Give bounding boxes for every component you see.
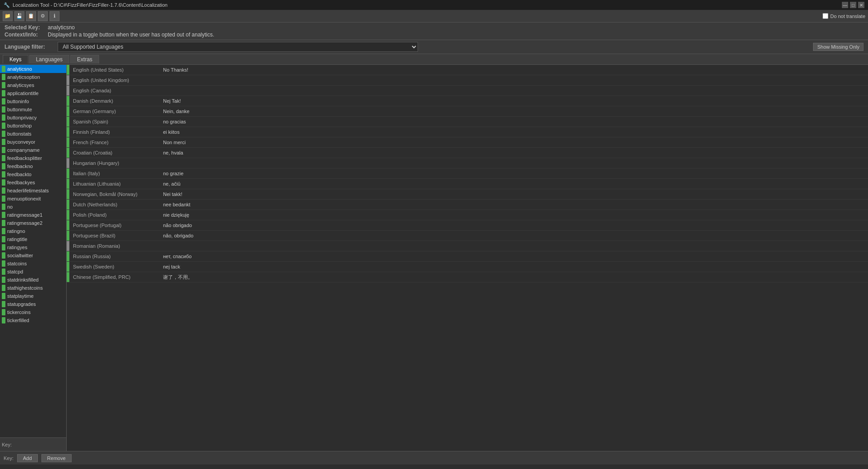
lang-value[interactable]: ne, ačiū bbox=[159, 180, 868, 187]
language-row[interactable]: Croatian (Croatia)ne, hvala bbox=[67, 148, 868, 158]
minimize-button[interactable]: — bbox=[842, 2, 848, 8]
language-row[interactable]: Chinese (Simplified, PRC)谢了，不用。 bbox=[67, 272, 868, 282]
language-row[interactable]: Portuguese (Brazil)não, obrigado bbox=[67, 231, 868, 241]
lang-value[interactable]: no grazie bbox=[159, 170, 868, 177]
sidebar-item[interactable]: ratingno bbox=[0, 227, 66, 235]
sidebar-item[interactable]: feedbackto bbox=[0, 170, 66, 178]
sidebar-item[interactable]: headerlifetimestats bbox=[0, 187, 66, 195]
info-button[interactable]: ℹ bbox=[50, 11, 59, 21]
language-row[interactable]: Russian (Russia)нет, спасибо bbox=[67, 251, 868, 262]
lang-value[interactable]: ei kiitos bbox=[159, 128, 868, 136]
language-filter-select[interactable]: All Supported Languages bbox=[58, 42, 418, 52]
lang-value[interactable]: Nej Tak! bbox=[159, 97, 868, 105]
tab-keys[interactable]: Keys bbox=[3, 55, 28, 64]
close-button[interactable]: ✕ bbox=[858, 2, 864, 8]
sidebar-item-label: menuoptionexit bbox=[7, 196, 41, 201]
tab-extras[interactable]: Extras bbox=[70, 55, 99, 64]
sidebar-item[interactable]: menuoptionexit bbox=[0, 195, 66, 203]
sidebar-item[interactable]: socialtwitter bbox=[0, 251, 66, 260]
language-row[interactable]: English (United States)No Thanks! bbox=[67, 65, 868, 75]
language-row[interactable]: Danish (Denmark)Nej Tak! bbox=[67, 96, 868, 106]
lang-value[interactable]: Nei takk! bbox=[159, 191, 868, 198]
language-row[interactable]: Swedish (Sweden)nej tack bbox=[67, 262, 868, 272]
titlebar-controls[interactable]: — □ ✕ bbox=[842, 2, 864, 8]
language-row[interactable]: Dutch (Netherlands)nee bedankt bbox=[67, 200, 868, 210]
language-row[interactable]: Finnish (Finland)ei kiitos bbox=[67, 127, 868, 137]
color-indicator bbox=[2, 301, 5, 307]
sidebar-item[interactable]: analyticsyes bbox=[0, 81, 66, 89]
remove-button[interactable]: Remove bbox=[41, 454, 72, 462]
lang-value[interactable]: ne, hvala bbox=[159, 149, 868, 156]
sidebar-item[interactable]: ratingmessage1 bbox=[0, 211, 66, 219]
sidebar-item[interactable]: feedbacksplitter bbox=[0, 154, 66, 162]
sidebar-item[interactable]: ratingyes bbox=[0, 243, 66, 251]
sidebar-item[interactable]: feedbackyes bbox=[0, 178, 66, 187]
sidebar-item[interactable]: companyname bbox=[0, 146, 66, 154]
language-row[interactable]: Hungarian (Hungary) bbox=[67, 158, 868, 168]
lang-value[interactable] bbox=[159, 90, 868, 91]
language-row[interactable]: Norwegian, Bokmål (Norway)Nei takk! bbox=[67, 189, 868, 200]
lang-value[interactable]: Nein, danke bbox=[159, 108, 868, 115]
language-row[interactable]: English (United Kingdom) bbox=[67, 75, 868, 86]
save-button[interactable]: 💾 bbox=[14, 11, 24, 21]
sidebar-item[interactable]: statdrinksfilled bbox=[0, 276, 66, 284]
show-missing-button[interactable]: Show Missing Only bbox=[813, 43, 863, 51]
sidebar-item-label: feedbacksplitter bbox=[7, 155, 42, 161]
language-row[interactable]: Lithuanian (Lithuania)ne, ačiū bbox=[67, 179, 868, 189]
language-row[interactable]: Spanish (Spain)no gracias bbox=[67, 117, 868, 127]
lang-value[interactable]: Non merci bbox=[159, 139, 868, 146]
sidebar-item[interactable]: statupgrades bbox=[0, 300, 66, 308]
sidebar-item[interactable]: ratingmessage2 bbox=[0, 219, 66, 227]
language-row[interactable]: English (Canada) bbox=[67, 86, 868, 96]
sidebar-item[interactable]: no bbox=[0, 203, 66, 211]
lang-value[interactable]: não, obrigado bbox=[159, 232, 868, 239]
lang-value[interactable]: nie dziękuję bbox=[159, 211, 868, 219]
sidebar-item[interactable]: buttonshop bbox=[0, 122, 66, 130]
sidebar-item[interactable]: tickercoins bbox=[0, 308, 66, 316]
open-button[interactable]: 📁 bbox=[3, 11, 13, 21]
color-indicator bbox=[2, 131, 5, 137]
maximize-button[interactable]: □ bbox=[850, 2, 856, 8]
language-row[interactable]: Portuguese (Portugal)não obrigado bbox=[67, 220, 868, 231]
sidebar-item[interactable]: stathighestcoins bbox=[0, 284, 66, 292]
sidebar-item[interactable]: ratingtitle bbox=[0, 235, 66, 243]
add-button[interactable]: Add bbox=[17, 454, 38, 462]
language-row[interactable]: Polish (Poland)nie dziękuję bbox=[67, 210, 868, 220]
sidebar-item[interactable]: feedbackno bbox=[0, 162, 66, 170]
lang-value[interactable]: não obrigado bbox=[159, 222, 868, 229]
sidebar-item[interactable]: tickerfilled bbox=[0, 316, 66, 324]
lang-value[interactable]: No Thanks! bbox=[159, 66, 868, 73]
sidebar-item[interactable]: statcpd bbox=[0, 268, 66, 276]
tab-languages[interactable]: Languages bbox=[29, 55, 69, 64]
language-row[interactable]: German (Germany)Nein, danke bbox=[67, 106, 868, 117]
lang-value[interactable]: no gracias bbox=[159, 118, 868, 125]
sidebar-item[interactable]: buttoninfo bbox=[0, 97, 66, 105]
lang-value[interactable] bbox=[159, 79, 868, 81]
sidebar-item[interactable]: buyconveyor bbox=[0, 138, 66, 146]
color-indicator bbox=[2, 260, 5, 267]
sidebar-item-label: feedbackto bbox=[7, 172, 32, 177]
sidebar-item[interactable]: statplaytime bbox=[0, 292, 66, 300]
language-row[interactable]: Italian (Italy)no grazie bbox=[67, 168, 868, 179]
do-not-translate-checkbox[interactable] bbox=[823, 13, 828, 19]
lang-value[interactable] bbox=[159, 162, 868, 164]
do-not-translate-label[interactable]: Do not translate bbox=[830, 14, 865, 19]
lang-value[interactable]: нет, спасибо bbox=[159, 253, 868, 260]
language-row[interactable]: Romanian (Romania) bbox=[67, 241, 868, 251]
lang-value[interactable] bbox=[159, 245, 868, 247]
sidebar-item[interactable]: analyticsno bbox=[0, 65, 66, 73]
copy-button[interactable]: 📋 bbox=[26, 11, 36, 21]
sidebar-item[interactable]: statcoins bbox=[0, 260, 66, 268]
lang-value[interactable]: 谢了，不用。 bbox=[159, 273, 868, 282]
lang-value[interactable]: nee bedankt bbox=[159, 201, 868, 208]
sidebar-item[interactable]: buttonmute bbox=[0, 105, 66, 114]
settings-button[interactable]: ⚙ bbox=[38, 11, 48, 21]
sidebar-item[interactable]: buttonstats bbox=[0, 130, 66, 138]
color-indicator bbox=[2, 309, 5, 315]
sidebar-item[interactable]: analyticsoption bbox=[0, 73, 66, 81]
lang-value[interactable]: nej tack bbox=[159, 263, 868, 270]
sidebar-item-label: ratingtitle bbox=[7, 237, 27, 242]
sidebar-item[interactable]: buttonprivacy bbox=[0, 114, 66, 122]
sidebar-item[interactable]: applicationtitle bbox=[0, 89, 66, 97]
language-row[interactable]: French (France)Non merci bbox=[67, 137, 868, 148]
